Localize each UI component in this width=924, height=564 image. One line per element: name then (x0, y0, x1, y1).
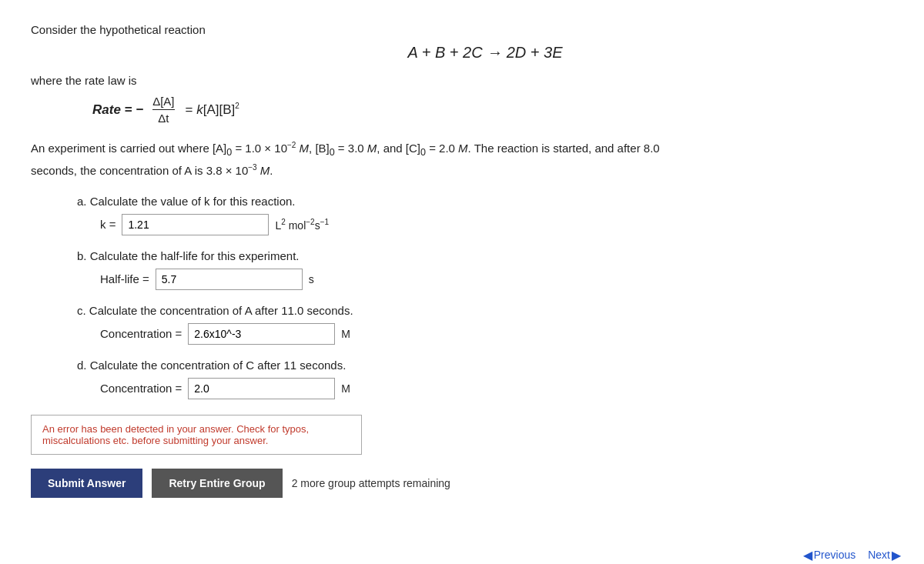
part-a-input[interactable] (122, 214, 269, 235)
part-d: d. Calculate the concentration of C afte… (77, 359, 878, 399)
part-c-input[interactable] (188, 323, 335, 345)
attempts-remaining-text: 2 more group attempts remaining (292, 477, 450, 489)
part-c-label: c. Calculate the concentration of A afte… (77, 304, 878, 317)
error-message-text: An error has been detected in your answe… (42, 423, 309, 446)
part-a: a. Calculate the value of k for this rea… (77, 195, 878, 235)
rate-numerator: Δ[A] (152, 95, 174, 110)
next-arrow-icon: ▶ (892, 548, 901, 562)
action-buttons-row: Submit Answer Retry Entire Group 2 more … (31, 469, 878, 498)
rate-denominator: Δt (158, 110, 169, 125)
part-b-prefix: Half-life = (100, 272, 149, 285)
part-c-prefix: Concentration = (100, 327, 182, 340)
reaction-equation: A + B + 2C → 2D + 3E (92, 44, 878, 62)
previous-label: Previous (814, 549, 855, 561)
part-a-label: a. Calculate the value of k for this rea… (77, 195, 878, 208)
part-c: c. Calculate the concentration of A afte… (77, 304, 878, 345)
part-b-label: b. Calculate the half-life for this expe… (77, 249, 878, 262)
part-d-unit: M (341, 382, 350, 395)
part-a-unit: L2 mol−2s−1 (275, 218, 329, 232)
rate-rhs: = k[A][B]2 (186, 102, 239, 118)
parts-container: a. Calculate the value of k for this rea… (77, 195, 878, 399)
where-rate-text: where the rate law is (31, 74, 878, 87)
part-d-label: d. Calculate the concentration of C afte… (77, 359, 878, 372)
bottom-navigation: ◀ Previous Next ▶ (803, 548, 901, 562)
reaction-text: A + B + 2C → 2D + 3E (407, 44, 562, 61)
next-label: Next (868, 549, 890, 561)
part-c-unit: M (341, 328, 350, 340)
part-b-answer-row: Half-life = s (100, 269, 878, 290)
exp-text-1: An experiment is carried out where [A]0 … (31, 142, 660, 155)
problem-intro: Consider the hypothetical reaction (31, 23, 878, 36)
retry-entire-group-button[interactable]: Retry Entire Group (152, 469, 282, 498)
part-d-prefix: Concentration = (100, 382, 182, 395)
part-a-prefix: k = (100, 218, 116, 231)
part-b-input[interactable] (156, 269, 303, 290)
rate-fraction: Δ[A] Δt (152, 95, 174, 125)
part-a-answer-row: k = L2 mol−2s−1 (100, 214, 878, 235)
previous-arrow-icon: ◀ (803, 548, 812, 562)
rate-law-equation: Rate = − Δ[A] Δt = k[A][B]2 (92, 95, 878, 125)
exp-text-2: seconds, the concentration of A is 3.8 ×… (31, 164, 273, 177)
part-c-answer-row: Concentration = M (100, 323, 878, 345)
previous-link[interactable]: ◀ Previous (803, 548, 855, 562)
part-d-answer-row: Concentration = M (100, 378, 878, 399)
next-link[interactable]: Next ▶ (868, 548, 901, 562)
part-d-input[interactable] (188, 378, 335, 399)
error-message-box: An error has been detected in your answe… (31, 415, 362, 455)
part-b-unit: s (309, 273, 314, 285)
part-b: b. Calculate the half-life for this expe… (77, 249, 878, 290)
experiment-description: An experiment is carried out where [A]0 … (31, 138, 878, 181)
rate-label: Rate = − (92, 102, 143, 118)
submit-answer-button[interactable]: Submit Answer (31, 469, 142, 498)
